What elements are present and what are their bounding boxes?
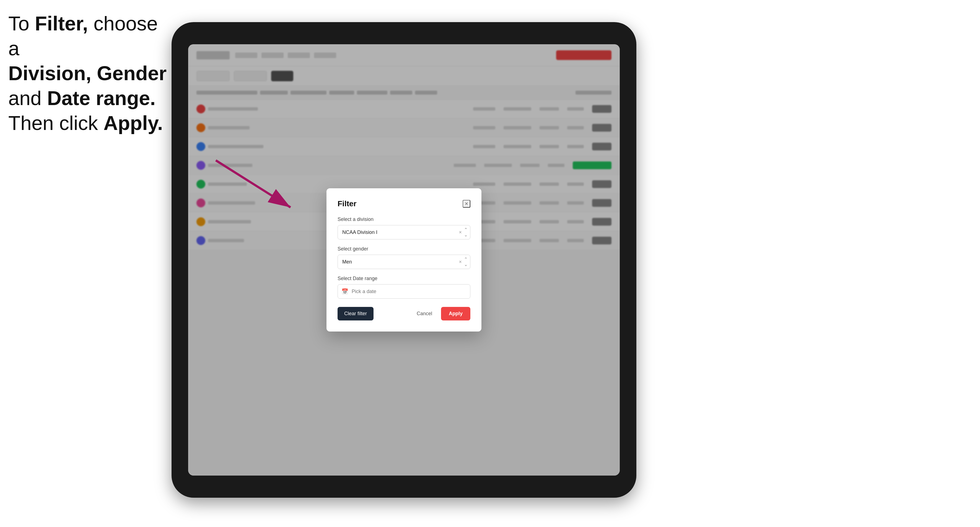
- gender-select-wrapper: Men Women Mixed × ⌃⌄: [337, 255, 470, 269]
- modal-footer: Clear filter Cancel Apply: [337, 307, 470, 321]
- division-select-wrapper: NCAA Division I NCAA Division II NCAA Di…: [337, 225, 470, 240]
- modal-close-button[interactable]: ×: [463, 200, 470, 208]
- date-input[interactable]: [337, 284, 470, 298]
- date-input-wrapper: 📅: [337, 284, 470, 298]
- gender-clear-icon[interactable]: ×: [459, 259, 462, 265]
- modal-header: Filter ×: [337, 199, 470, 208]
- gender-form-group: Select gender Men Women Mixed × ⌃⌄: [337, 246, 470, 269]
- gender-label: Select gender: [337, 246, 470, 252]
- instruction-line1: To Filter, choose a: [8, 13, 158, 59]
- tablet-device: Filter × Select a division NCAA Division…: [172, 22, 636, 498]
- instruction-panel: To Filter, choose a Division, Gender and…: [8, 11, 169, 135]
- modal-footer-right: Cancel Apply: [412, 307, 470, 321]
- apply-button[interactable]: Apply: [441, 307, 470, 321]
- division-label: Select a division: [337, 216, 470, 222]
- date-label: Select Date range: [337, 276, 470, 281]
- modal-overlay: Filter × Select a division NCAA Division…: [188, 44, 620, 476]
- gender-select[interactable]: Men Women Mixed: [337, 255, 470, 269]
- division-select[interactable]: NCAA Division I NCAA Division II NCAA Di…: [337, 225, 470, 240]
- tablet-screen: Filter × Select a division NCAA Division…: [188, 44, 620, 476]
- cancel-button[interactable]: Cancel: [412, 307, 437, 321]
- date-form-group: Select Date range 📅: [337, 276, 470, 298]
- filter-modal: Filter × Select a division NCAA Division…: [326, 188, 481, 332]
- modal-title: Filter: [337, 199, 356, 208]
- division-form-group: Select a division NCAA Division I NCAA D…: [337, 216, 470, 240]
- clear-filter-button[interactable]: Clear filter: [337, 307, 374, 321]
- division-clear-icon[interactable]: ×: [459, 230, 462, 235]
